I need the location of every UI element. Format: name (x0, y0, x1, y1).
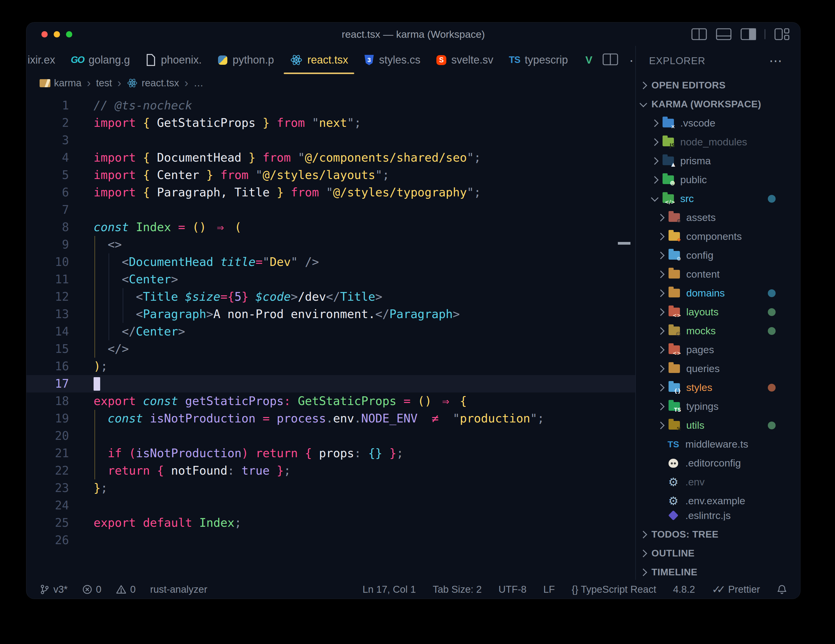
split-editor-icon[interactable] (602, 52, 619, 68)
settings-gear-icon: ⚙ (667, 495, 680, 508)
tree-file-env.example[interactable]: ⚙.env.example (636, 492, 800, 510)
code-line-9[interactable]: 9 <> (26, 236, 635, 253)
section-outline[interactable]: OUTLINE (636, 544, 800, 563)
section-workspace-root[interactable]: KARMA (WORKSPACE) (636, 95, 800, 114)
code-line-21[interactable]: 21 if (isNotProduction) return { props: … (26, 444, 635, 462)
status-item-0[interactable]: 0 (116, 584, 136, 595)
tab-react.tsx[interactable]: react.tsx (282, 46, 356, 74)
tree-file-env[interactable]: ⚙.env (636, 472, 800, 492)
tree-item-label: mocks (686, 325, 716, 337)
tree-folder-prisma[interactable]: ▲prisma (636, 151, 800, 170)
code-line-16[interactable]: 16); (26, 358, 635, 375)
breadcrumb-item-…[interactable]: … (194, 77, 204, 89)
tab-label: phoenix. (161, 54, 201, 66)
tree-folder-domains[interactable]: domains (636, 284, 800, 303)
status-item-utf-8[interactable]: UTF-8 (499, 584, 527, 595)
tab-styles.cs[interactable]: 3styles.cs (356, 46, 428, 74)
code-line-19[interactable]: 19 const isNotProduction = process.env.N… (26, 410, 635, 427)
tab-python.p[interactable]: python.p (210, 46, 282, 74)
tree-folder-pages[interactable]: <>pages (636, 340, 800, 359)
tree-folder-config[interactable]: ⚙config (636, 246, 800, 265)
status-item-ln-17-col-1[interactable]: Ln 17, Col 1 (362, 584, 416, 595)
tree-folder-assets[interactable]: ⚙assets (636, 208, 800, 227)
status-item-lf[interactable]: LF (543, 584, 555, 595)
section-open-editors[interactable]: OPEN EDITORS (636, 76, 800, 95)
code-line-25[interactable]: 25export default Index; (26, 514, 635, 532)
tree-folder-styles[interactable]: {}styles (636, 378, 800, 397)
zoom-window-button[interactable] (66, 31, 72, 37)
tree-folder-node_modules[interactable]: JSnode_modules (636, 133, 800, 151)
tree-folder-queries[interactable]: queries (636, 359, 800, 378)
status-item-bell[interactable] (777, 584, 787, 595)
code-line-17[interactable]: 17 (26, 375, 635, 393)
tree-file-middleware.ts[interactable]: TSmiddleware.ts (636, 435, 800, 454)
code-line-14[interactable]: 14 </Center> (26, 323, 635, 340)
section-todos-tree[interactable]: TODOS: TREE (636, 525, 800, 544)
code-line-7[interactable]: 7 (26, 201, 635, 219)
tree-folder-public[interactable]: ☻public (636, 170, 800, 189)
tab-golang.g[interactable]: GOgolang.g (63, 46, 138, 74)
customize-layout-icon[interactable] (773, 27, 790, 41)
section-timeline[interactable]: TIMELINE (636, 563, 800, 580)
tab-ixir.ex[interactable]: ixir.ex (26, 46, 63, 74)
tree-folder-src[interactable]: </>src (636, 189, 800, 208)
split-editors-icon[interactable] (691, 27, 708, 41)
chevron-right-icon (657, 308, 664, 316)
code-line-26[interactable]: 26 (26, 532, 635, 549)
folder-icon: ▲ (662, 154, 675, 168)
status-item-typescript-react[interactable]: {} TypeScript React (572, 584, 656, 595)
status-item-tab-size-2[interactable]: Tab Size: 2 (433, 584, 482, 595)
code-line-23[interactable]: 23}; (26, 479, 635, 497)
line-number: 13 (26, 305, 84, 323)
code-line-3[interactable]: 3 (26, 131, 635, 149)
code-editor[interactable]: 1// @ts-nocheck2import { GetStaticProps … (26, 92, 635, 580)
tree-folder-components[interactable]: ❖components (636, 227, 800, 246)
toggle-panel-icon[interactable] (715, 27, 732, 41)
code-line-4[interactable]: 4import { DocumentHead } from "@/compone… (26, 149, 635, 166)
code-line-8[interactable]: 8const Index = () ⇒ ( (26, 219, 635, 236)
code-line-18[interactable]: 18export const getStaticProps: GetStatic… (26, 393, 635, 410)
folder-icon: ☻ (662, 173, 675, 187)
chevron-right-icon (657, 271, 664, 278)
tab-svelte.sv[interactable]: Ssvelte.sv (428, 46, 501, 74)
code-line-13[interactable]: 13 <Paragraph>A non-Prod environment.</P… (26, 305, 635, 323)
settings-gear-icon: ⚙ (667, 475, 680, 489)
code-line-20[interactable]: 20 (26, 427, 635, 444)
code-line-22[interactable]: 22 return { notFound: true }; (26, 462, 635, 479)
code-line-1[interactable]: 1// @ts-nocheck (26, 97, 635, 114)
tree-folder-typings[interactable]: TStypings (636, 397, 800, 416)
status-item-prettier[interactable]: ✓✓Prettier (712, 583, 760, 596)
breadcrumb-item-react.tsx[interactable]: react.tsx (127, 77, 179, 89)
status-item-4.8.2[interactable]: 4.8.2 (673, 584, 695, 595)
code-line-10[interactable]: 10 <DocumentHead title="Dev" /> (26, 253, 635, 271)
code-line-15[interactable]: 15 </> (26, 340, 635, 358)
tab-typescrip[interactable]: TStypescrip (501, 46, 576, 74)
code-line-2[interactable]: 2import { GetStaticProps } from "next"; (26, 114, 635, 131)
status-label: 0 (130, 584, 136, 595)
close-window-button[interactable] (41, 31, 48, 37)
toggle-right-sidebar-icon[interactable] (740, 27, 757, 41)
status-label: Prettier (728, 584, 760, 595)
title-bar: react.tsx — karma (Workspace) (26, 23, 800, 46)
status-item-v3[interactable]: v3* (40, 584, 68, 595)
tree-file-eslintrc.js[interactable]: .eslintrc.js (636, 510, 800, 521)
minimize-window-button[interactable] (54, 31, 60, 37)
status-item-0[interactable]: 0 (82, 584, 101, 595)
code-line-12[interactable]: 12 <Title $size={5} $code>/dev</Title> (26, 288, 635, 305)
tree-folder-content[interactable]: content (636, 265, 800, 284)
code-line-5[interactable]: 5import { Center } from "@/styles/layout… (26, 166, 635, 184)
tab-phoenix.[interactable]: phoenix. (138, 46, 210, 74)
tree-folder-mocks[interactable]: ☺mocks (636, 321, 800, 340)
breadcrumb-item-test[interactable]: test (96, 77, 112, 89)
tree-file-editorconfig[interactable]: .editorconfig (636, 454, 800, 472)
code-line-6[interactable]: 6import { Paragraph, Title } from "@/sty… (26, 184, 635, 201)
status-item-rust-analyzer[interactable]: rust-analyzer (150, 584, 207, 595)
breadcrumb-item-karma[interactable]: karma (40, 77, 81, 89)
tree-folder-vscode[interactable]: ×.vscode (636, 114, 800, 133)
tree-folder-layouts[interactable]: <>layouts (636, 303, 800, 321)
tree-folder-utils[interactable]: ⚒utils (636, 416, 800, 435)
indent-guide (123, 305, 123, 323)
code-line-24[interactable]: 24 (26, 497, 635, 514)
tab-vue[interactable]: V (575, 46, 602, 74)
code-line-11[interactable]: 11 <Center> (26, 271, 635, 288)
